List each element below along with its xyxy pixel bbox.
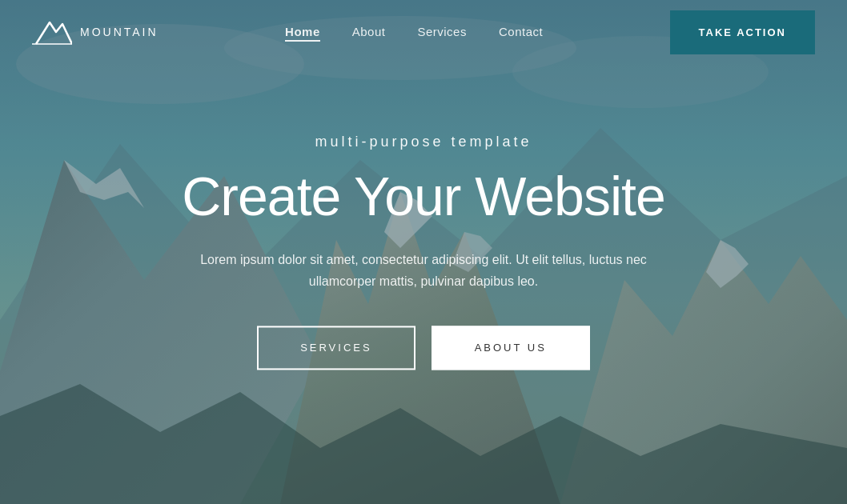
hero-section: MOUNTAIN Home About Services Contact TAK… [0,0,847,504]
logo[interactable]: MOUNTAIN [32,16,159,48]
about-us-button[interactable]: ABOUT US [432,326,590,370]
hero-content: multi-purpose template Create Your Websi… [143,134,704,370]
nav-link-about[interactable]: About [352,25,386,38]
take-action-button[interactable]: TAKE ACTION [670,10,815,54]
nav-item-services[interactable]: Services [417,25,467,39]
hero-subtitle: multi-purpose template [143,134,704,150]
brand-name: MOUNTAIN [80,26,159,38]
nav-link-services[interactable]: Services [417,25,467,38]
nav-link-home[interactable]: Home [285,25,320,42]
nav-item-home[interactable]: Home [285,25,320,39]
hero-buttons: SERVICES ABOUT US [143,326,704,370]
services-button[interactable]: SERVICES [257,326,415,370]
navbar: MOUNTAIN Home About Services Contact TAK… [0,0,847,64]
nav-link-contact[interactable]: Contact [499,25,543,38]
hero-title: Create Your Website [143,166,704,226]
mountain-logo-icon [32,16,72,48]
hero-description: Lorem ipsum dolor sit amet, consectetur … [167,249,680,292]
nav-item-about[interactable]: About [352,25,386,39]
nav-links: Home About Services Contact [285,25,543,39]
nav-item-contact[interactable]: Contact [499,25,543,39]
